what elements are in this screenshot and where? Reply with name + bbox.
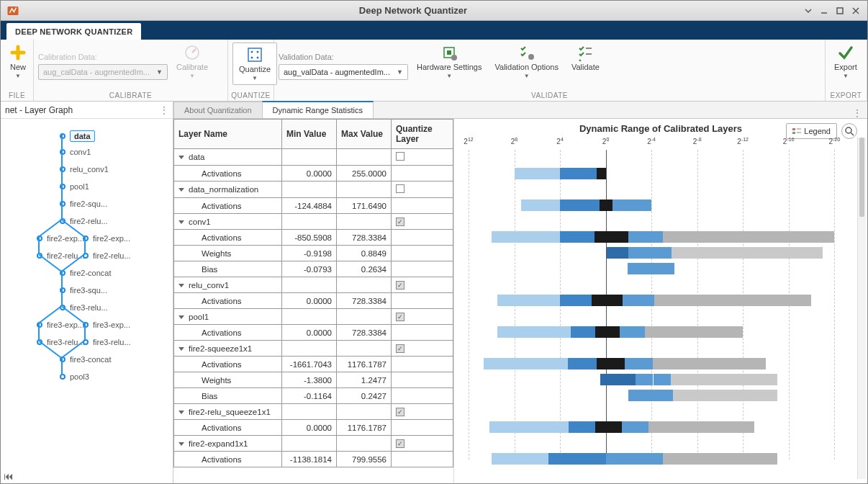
graph-node[interactable]: conv1 [60,148,91,156]
table-row[interactable]: Activations0.0000728.3384 [174,325,453,341]
tab-about-quantization[interactable]: About Quantization [173,102,263,118]
graph-node[interactable]: fire2-exp... [37,234,84,243]
table-row[interactable]: Activations0.00001176.1787 [174,420,453,436]
more-icon[interactable]: ⋮ [160,105,168,115]
svg-point-7 [251,51,253,53]
svg-rect-17 [792,128,795,130]
chevron-down-icon: ▼ [252,75,258,81]
table-row[interactable]: data_normalization [174,182,453,198]
graph-node[interactable]: fire3-exp... [37,321,84,329]
table-row[interactable]: fire2-relu_squeeze1x1✓ [174,404,453,420]
layer-graph-panel: net - Layer Graph ⋮ dataconv1relu_conv1p… [1,102,173,483]
table-row[interactable]: Bias-0.11640.2427 [174,388,453,404]
calibration-data-dropdown[interactable]: aug_calData - augmentedIm...▼ [38,64,168,80]
quantize-checkbox[interactable]: ✓ [396,439,404,448]
graph-node[interactable]: data [60,130,95,142]
table-row[interactable]: Activations-124.4884171.6490 [174,198,453,214]
quantize-checkbox[interactable]: ✓ [396,313,404,321]
table-row[interactable]: Activations-1138.1814799.9556 [174,452,453,467]
scroll-left-icon[interactable]: ⏮ [4,470,14,482]
checklist-gear-icon [518,44,535,61]
graph-node[interactable]: fire3-concat [60,355,111,364]
table-row[interactable]: pool1✓ [174,309,453,325]
hardware-settings-button[interactable]: Hardware Settings ▼ [412,42,487,81]
quantize-button[interactable]: Quantize ▼ [232,42,277,85]
stats-table[interactable]: Layer Name Min Value Max Value Quantize … [173,119,454,483]
svg-point-10 [257,57,259,59]
export-button[interactable]: Export ▼ [830,42,862,81]
calibrate-button[interactable]: Calibrate ▼ [172,42,212,81]
table-row[interactable]: Activations0.0000728.3384 [174,293,453,309]
layer-graph[interactable]: dataconv1relu_conv1pool1fire2-squ...fire… [1,119,173,483]
gauge-icon [184,44,201,61]
legend-icon [792,127,801,135]
table-row[interactable]: relu_conv1✓ [174,277,453,293]
chevron-down-icon: ▼ [843,73,849,79]
app-strip: DEEP NETWORK QUANTIZER [1,21,867,40]
dynamic-range-chart: Dynamic Range of Calibrated Layers Legen… [454,119,867,483]
svg-line-22 [851,133,854,135]
quantize-icon [246,46,263,63]
close-icon[interactable] [850,5,862,17]
graph-node[interactable]: fire2-squ... [60,200,107,208]
checklist-icon [577,44,594,61]
quantize-checkbox[interactable]: ✓ [396,281,404,290]
graph-node[interactable]: fire2-exp... [83,234,130,243]
scrollbar-thumb[interactable] [859,138,864,217]
check-icon [837,44,854,61]
collapse-icon[interactable] [803,5,814,17]
tab-dynamic-range-stats[interactable]: Dynamic Range Statistics [262,101,374,118]
calibration-data-label: Calibration Data: [38,53,168,61]
svg-rect-2 [837,8,843,14]
table-row[interactable]: Weights-0.91980.8849 [174,246,453,261]
svg-rect-6 [248,48,261,61]
table-row[interactable]: Activations-1661.70431176.1787 [174,357,453,372]
table-row[interactable]: fire2-expand1x1✓ [174,436,453,452]
validate-button[interactable]: Validate [567,42,604,73]
col-quantize[interactable]: Quantize Layer [392,120,453,149]
graph-node[interactable]: fire2-concat [60,269,111,277]
graph-node[interactable]: pool1 [60,182,89,191]
magnifier-icon [844,126,854,136]
quantize-checkbox[interactable] [396,184,404,193]
right-tabs: About Quantization Dynamic Range Statist… [173,102,867,119]
table-row[interactable]: conv1✓ [174,214,453,230]
toolstrip: New ▼ FILE Calibration Data: aug_calData… [1,40,867,102]
more-icon[interactable]: ⋮ [847,108,867,118]
graph-node[interactable]: pool3 [60,372,89,381]
layer-graph-title: net - Layer Graph [5,105,73,115]
chevron-down-icon: ▼ [15,73,21,79]
minimize-icon[interactable] [818,5,830,17]
svg-rect-12 [447,50,451,55]
quantize-checkbox[interactable]: ✓ [396,408,404,416]
graph-node[interactable]: fire2-relu... [83,251,131,260]
graph-node[interactable]: fire3-exp... [83,321,130,329]
chevron-down-icon: ▼ [397,68,403,76]
validation-data-dropdown[interactable]: aug_valData - augmentedIm...▼ [279,64,408,80]
table-row[interactable]: data [174,149,453,166]
table-row[interactable]: fire2-squeeze1x1✓ [174,341,453,357]
chevron-down-icon: ▼ [524,73,530,79]
col-max[interactable]: Max Value [337,120,392,149]
col-min[interactable]: Min Value [282,120,337,149]
svg-point-9 [251,57,253,59]
quantize-checkbox[interactable]: ✓ [396,344,404,353]
graph-node[interactable]: fire3-relu... [83,338,131,346]
chevron-down-icon: ▼ [189,73,195,79]
quantize-checkbox[interactable] [396,152,404,161]
maximize-icon[interactable] [834,5,846,17]
vertical-scrollbar[interactable] [857,138,866,479]
svg-point-13 [451,55,457,60]
new-button[interactable]: New ▼ [5,42,31,81]
table-row[interactable]: Weights-1.38001.2477 [174,372,453,388]
strip-tab[interactable]: DEEP NETWORK QUANTIZER [6,23,141,40]
table-row[interactable]: Activations-850.5908728.3384 [174,230,453,246]
graph-node[interactable]: relu_conv1 [60,165,109,174]
col-layer-name[interactable]: Layer Name [174,120,282,149]
validation-options-button[interactable]: Validation Options ▼ [491,42,563,81]
table-row[interactable]: Bias-0.07930.2634 [174,261,453,277]
chevron-down-icon: ▼ [446,73,452,79]
quantize-checkbox[interactable]: ✓ [396,218,404,226]
table-row[interactable]: Activations0.0000255.0000 [174,166,453,182]
graph-node[interactable]: fire3-squ... [60,286,107,295]
